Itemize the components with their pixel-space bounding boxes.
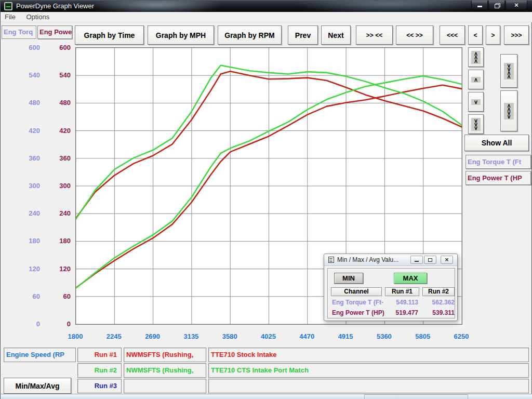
power-tick-label: 120 — [47, 265, 71, 273]
scroll-first-button[interactable]: <<< — [440, 25, 465, 45]
minmax-row-torque-channel: Eng Torque T (Ft- — [332, 299, 389, 307]
scroll-forward-button[interactable]: > — [486, 25, 500, 45]
graph-by-mph-button[interactable]: Graph by MPH — [148, 25, 214, 45]
power-tick-label: 540 — [47, 71, 71, 79]
torque-channel-label[interactable]: Eng Torque T (Ft — [466, 155, 531, 169]
minimize-icon — [415, 261, 419, 262]
torque-tick-label: 240 — [16, 209, 40, 218]
power-tick-label: 360 — [47, 154, 71, 163]
power-tick-label: 480 — [47, 99, 71, 107]
triple-chevron-down-icon: ∨∨∨ — [471, 118, 481, 131]
menu-options[interactable]: Options — [22, 12, 54, 22]
minmax-avg-button[interactable]: Min/Max/Avg — [4, 378, 71, 394]
run3-label[interactable]: Run #3 — [77, 379, 122, 393]
scroll-back-button[interactable]: < — [468, 25, 483, 45]
next-button[interactable]: Next — [321, 25, 351, 45]
run1-column-header[interactable]: Run #1 — [385, 287, 419, 296]
graph-by-time-button[interactable]: Graph by Time — [75, 25, 144, 45]
y-scroll-up-button[interactable]: ∧ — [468, 70, 484, 89]
title-bar[interactable]: PowerDyne Graph Viewer × — [1, 1, 532, 12]
rpm-tick-label: 4915 — [329, 332, 362, 341]
torque-tick-label: 540 — [16, 71, 40, 79]
chevron-glyph: ∨ — [474, 126, 478, 130]
taskbar-edge — [1, 394, 532, 399]
restore-icon — [495, 3, 499, 7]
tab-eng-torque[interactable]: Eng Torq — [2, 25, 36, 39]
run1-label[interactable]: Run #1 — [77, 348, 122, 362]
run1-file-field[interactable]: NWMSFTS (Rushing, — [124, 348, 206, 362]
expand-chevrons-icon: ∧∧∨∨ — [504, 103, 513, 119]
rpm-tick-label: 4470 — [291, 332, 323, 341]
power-channel-label[interactable]: Eng Power T (HP — [466, 171, 531, 185]
min-toggle-button[interactable]: MIN — [334, 273, 363, 284]
torque-tick-label: 60 — [16, 292, 40, 301]
chevron-glyph: ∧ — [474, 59, 478, 63]
close-button[interactable]: × — [506, 1, 527, 10]
minmax-power-run1-value: 519.477 — [385, 309, 418, 317]
menu-file[interactable]: File — [1, 12, 20, 22]
chevron-glyph: ∨ — [507, 115, 511, 118]
scroll-last-button[interactable]: >>> — [504, 25, 529, 45]
run1-description-field[interactable]: TTE710 Stock Intake — [208, 348, 529, 362]
minmax-power-run2-value: 539.311 — [421, 309, 455, 317]
minmax-avg-window[interactable]: Min / Max / Avg Valu... × MIN MAX Channe… — [324, 254, 458, 321]
collapse-chevrons-icon: ∨∨∧∧ — [504, 63, 513, 79]
run3-file-field[interactable] — [124, 379, 206, 393]
run2-column-header[interactable]: Run #2 — [422, 287, 455, 296]
power-tick-label: 60 — [47, 292, 71, 301]
minmax-maximize-button[interactable] — [424, 256, 436, 264]
close-icon: × — [514, 1, 518, 9]
graph-by-rpm-button[interactable]: Graph by RPM — [218, 25, 282, 45]
run2-file-field[interactable]: NWMSFTS (Rushing, — [124, 363, 206, 378]
torque-tick-label: 0 — [16, 320, 40, 328]
x-axis-channel-label[interactable]: Engine Speed (RP — [4, 348, 76, 362]
show-all-button[interactable]: Show All — [464, 135, 529, 151]
minmax-title-bar[interactable]: Min / Max / Avg Valu... × — [324, 254, 457, 266]
menu-bar: File Options — [1, 12, 532, 22]
aero-glass-highlight — [291, 1, 489, 12]
tab-eng-power[interactable]: Eng Power — [37, 25, 72, 39]
torque-tick-label: 300 — [16, 182, 40, 190]
restore-button[interactable] — [488, 1, 505, 10]
run2-description-field[interactable]: TTE710 CTS Intake Port Match — [208, 363, 529, 378]
power-tick-label: 420 — [47, 127, 71, 135]
minmax-close-button[interactable]: × — [441, 256, 453, 264]
power-tick-label: 180 — [47, 237, 71, 245]
torque-tick-label: 600 — [16, 44, 40, 52]
rpm-tick-label: 2690 — [137, 332, 169, 341]
zoom-out-x-button[interactable]: << >> — [396, 25, 433, 45]
run2-label[interactable]: Run #2 — [77, 363, 122, 378]
channel-column-header[interactable]: Channel — [331, 287, 382, 296]
rpm-tick-label: 3580 — [214, 332, 246, 341]
minmax-window-icon — [328, 257, 334, 263]
torque-tick-label: 120 — [16, 265, 40, 273]
power-tick-label: 600 — [47, 44, 71, 52]
rpm-tick-label: 6250 — [445, 332, 477, 341]
minmax-window-title: Min / Max / Avg Valu... — [337, 256, 398, 263]
chevron-glyph: ∨ — [474, 100, 478, 104]
power-tick-label: 240 — [47, 209, 71, 218]
rpm-tick-label: 4025 — [252, 332, 285, 341]
triple-chevron-up-icon: ∧∧∧ — [471, 51, 481, 64]
maximize-icon — [428, 258, 432, 262]
y-scroll-down-button[interactable]: ∨ — [468, 92, 484, 112]
prev-button[interactable]: Prev — [288, 25, 318, 45]
y-scroll-jump-top-button[interactable]: ∧∧∧ — [468, 47, 484, 67]
y-range-expand-button[interactable]: ∧∧∨∨ — [500, 90, 517, 131]
minimize-button[interactable] — [471, 1, 488, 10]
zoom-in-x-button[interactable]: >> << — [356, 25, 393, 45]
torque-tick-label: 360 — [16, 154, 40, 163]
rpm-tick-label: 1800 — [59, 332, 91, 341]
rpm-tick-label: 5360 — [368, 332, 400, 341]
run3-description-field[interactable] — [208, 379, 529, 393]
rpm-tick-label: 3135 — [175, 332, 207, 341]
power-tick-label: 0 — [47, 320, 71, 328]
max-toggle-button[interactable]: MAX — [394, 273, 427, 284]
minmax-minimize-button[interactable] — [410, 256, 423, 264]
torque-tick-label: 480 — [16, 99, 40, 107]
y-range-collapse-button[interactable]: ∨∨∧∧ — [500, 54, 517, 88]
y-scroll-jump-bottom-button[interactable]: ∨∨∨ — [468, 114, 484, 134]
rpm-tick-label: 2245 — [98, 332, 130, 341]
rpm-tick-label: 5805 — [407, 332, 439, 341]
chevron-up-icon: ∧ — [471, 77, 481, 83]
